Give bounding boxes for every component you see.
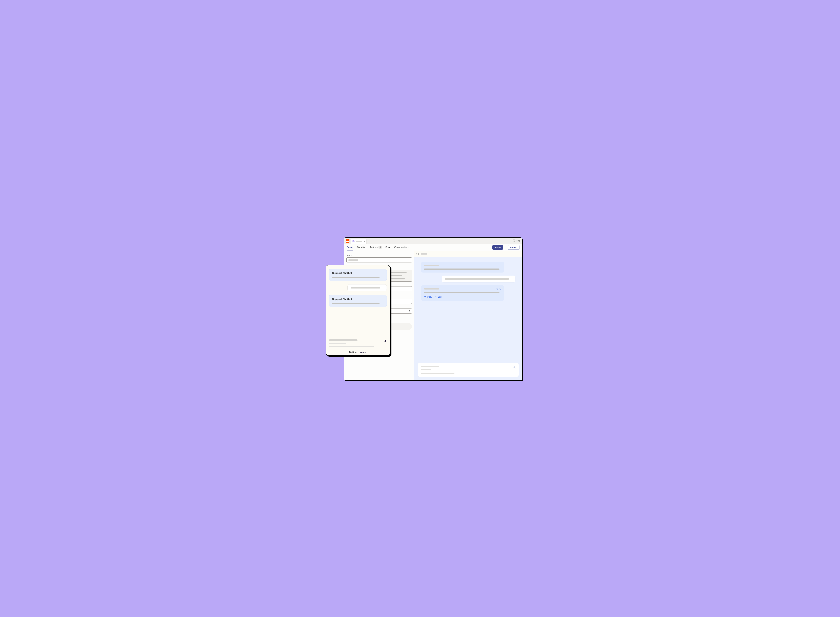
tab-conversations-label: Conversations xyxy=(394,246,410,248)
thumbs-down-icon[interactable] xyxy=(499,288,501,290)
send-icon[interactable] xyxy=(513,366,516,369)
help-icon: ? xyxy=(513,239,515,242)
svg-marker-4 xyxy=(435,296,437,298)
chat-thread: Copy Zap xyxy=(414,257,522,363)
placeholder-line xyxy=(421,373,454,374)
widget-input[interactable] xyxy=(326,337,390,349)
send-icon[interactable] xyxy=(383,339,387,343)
bot-message: Support Chatbot xyxy=(329,295,387,307)
bot-name: Support Chatbot xyxy=(332,298,383,300)
footer-prefix: Built on xyxy=(349,351,357,353)
name-label: Name xyxy=(346,254,412,257)
zap-action[interactable]: Zap xyxy=(435,295,442,298)
chat-widget: Support Chatbot Support Chatbot Built on… xyxy=(326,265,390,356)
zap-label: Zap xyxy=(438,295,442,298)
tab-actions[interactable]: Actions 3 xyxy=(370,244,382,251)
tab-conversations[interactable]: Conversations xyxy=(394,244,410,251)
placeholder-line xyxy=(348,260,358,261)
chevron-updown-icon: ▴▾ xyxy=(409,309,410,313)
placeholder-line xyxy=(329,346,374,347)
copy-action[interactable]: Copy xyxy=(424,295,432,298)
chat-preview-panel: Copy Zap xyxy=(414,251,522,380)
bot-message: Support Chatbot xyxy=(329,269,387,281)
placeholder-line xyxy=(421,366,439,367)
name-input[interactable] xyxy=(346,257,412,263)
placeholder-line xyxy=(424,288,439,289)
placeholder-line xyxy=(424,265,439,266)
tab-directive-label: Directive xyxy=(357,246,366,248)
placeholder-line xyxy=(329,339,358,341)
nav-tabs: Setup Directive Actions 3 Style Conversa… xyxy=(344,244,522,251)
placeholder-line xyxy=(332,277,380,278)
placeholder-line xyxy=(421,253,427,255)
placeholder-line xyxy=(332,303,380,304)
feedback-icons xyxy=(495,288,501,290)
tab[interactable]: ✕ xyxy=(351,239,367,244)
zapier-underscore-icon: _ xyxy=(358,351,360,353)
widget-footer: Built on _ zapier xyxy=(326,349,390,355)
tab-title-placeholder xyxy=(356,241,363,242)
bot-name: Support Chatbot xyxy=(332,272,383,275)
refresh-icon[interactable] xyxy=(416,253,419,255)
user-message xyxy=(348,284,387,291)
bot-message: Copy Zap xyxy=(421,285,504,301)
widget-body: Support Chatbot Support Chatbot xyxy=(326,265,390,337)
placeholder-line xyxy=(351,287,380,288)
close-icon[interactable]: ✕ xyxy=(363,240,365,242)
placeholder-line xyxy=(421,369,431,370)
zapier-logo[interactable]: _ zapier xyxy=(358,351,366,353)
chat-icon xyxy=(352,240,355,242)
actions-count-badge: 3 xyxy=(379,246,382,249)
chat-input[interactable] xyxy=(418,363,519,377)
copy-label: Copy xyxy=(427,295,432,298)
help-label: Help xyxy=(516,239,520,242)
footer-brand: zapier xyxy=(360,351,367,353)
tab-actions-label: Actions xyxy=(370,246,377,248)
placeholder-line xyxy=(424,269,500,270)
placeholder-line xyxy=(424,292,500,293)
placeholder-line xyxy=(445,278,509,280)
share-button[interactable]: Share xyxy=(492,245,503,250)
copy-icon xyxy=(424,296,426,298)
placeholder-line xyxy=(329,342,346,344)
user-message xyxy=(442,276,516,282)
zap-icon xyxy=(435,296,437,298)
tab-style-label: Style xyxy=(385,246,391,248)
preview-header xyxy=(414,251,522,257)
embed-button[interactable]: Embed xyxy=(508,245,519,250)
tab-setup[interactable]: Setup xyxy=(347,244,353,251)
app-logo[interactable] xyxy=(346,239,349,243)
topbar: ✕ ? Help xyxy=(344,238,522,244)
tab-setup-label: Setup xyxy=(347,246,353,248)
thumbs-up-icon[interactable] xyxy=(495,288,498,290)
bot-message xyxy=(421,262,504,273)
help-link[interactable]: ? Help xyxy=(513,239,520,242)
tab-style[interactable]: Style xyxy=(385,244,391,251)
tab-directive[interactable]: Directive xyxy=(357,244,366,251)
